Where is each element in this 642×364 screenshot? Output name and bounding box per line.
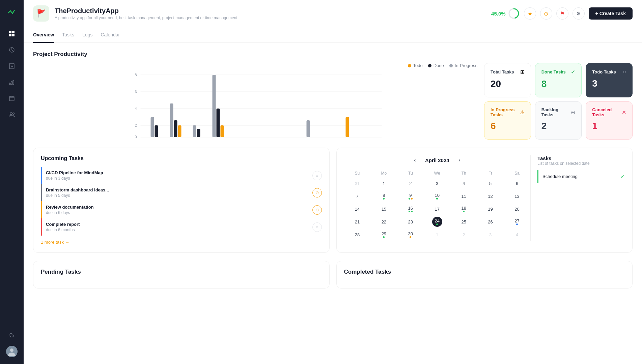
cal-day-12[interactable]: 12: [477, 190, 504, 203]
star-icon-btn[interactable]: ★: [524, 7, 536, 20]
legend-done-dot: [428, 64, 431, 67]
cal-day-11[interactable]: 11: [450, 190, 477, 203]
svg-text:6: 6: [135, 90, 137, 94]
tasks-panel-subtitle: List of tasks on selected date: [537, 161, 625, 166]
cal-day-17[interactable]: 17: [424, 203, 450, 215]
cal-day-8[interactable]: 8: [370, 190, 397, 203]
calendar-tasks-area: ‹ April 2024 › Su Mo Tu We: [344, 155, 625, 241]
task-brainstorm-icon-btn[interactable]: ⊙: [312, 188, 322, 198]
tab-overview[interactable]: Overview: [33, 27, 54, 43]
cal-day-22[interactable]: 22: [370, 215, 397, 228]
tab-calendar[interactable]: Calendar: [101, 27, 120, 43]
cal-day-1[interactable]: 1: [370, 177, 397, 190]
warning-icon-btn[interactable]: ⊙: [540, 7, 552, 20]
tab-logs[interactable]: Logs: [82, 27, 92, 43]
cal-day-16[interactable]: 16: [397, 203, 424, 215]
cal-day-2[interactable]: 2: [397, 177, 424, 190]
settings-icon-btn[interactable]: ⚙: [573, 7, 585, 20]
task-report-icon-btn[interactable]: ○: [312, 222, 322, 232]
app-name: TheProductivityApp: [55, 7, 486, 15]
cal-day-14[interactable]: 14: [344, 203, 371, 215]
cal-day-23[interactable]: 23: [397, 215, 424, 228]
stat-done-label: Done Tasks: [541, 69, 566, 74]
task-report-due: due in 6 months: [46, 228, 80, 232]
sidebar-item-files[interactable]: [5, 59, 19, 73]
user-avatar[interactable]: [6, 346, 18, 357]
cal-header-sa: Sa: [504, 170, 530, 177]
progress-value: 45.0%: [491, 11, 506, 17]
cal-day-25[interactable]: 25: [450, 215, 477, 228]
task-review-icon-btn[interactable]: ⊙: [312, 205, 322, 215]
stat-backlog-icon: ⊖: [571, 109, 575, 116]
cal-day-29[interactable]: 29: [370, 228, 397, 241]
cal-week-2: 7 8 9 10 11 12 13: [344, 190, 531, 203]
svg-rect-11: [9, 96, 14, 101]
cal-day-m4[interactable]: 4: [504, 228, 530, 241]
stat-done-icon: ✓: [571, 69, 575, 75]
task-review-due: due in 6 days: [46, 210, 94, 215]
cal-day-m2[interactable]: 2: [450, 228, 477, 241]
cal-header-fr: Fr: [477, 170, 504, 177]
cal-day-4[interactable]: 4: [450, 177, 477, 190]
task-cicd-name: CI/CD Pipeline for MindMap: [46, 170, 103, 175]
cal-day-30[interactable]: 30: [397, 228, 424, 241]
sidebar-item-moon[interactable]: [5, 328, 19, 342]
cal-day-28[interactable]: 28: [344, 228, 371, 241]
cal-day-13[interactable]: 13: [504, 190, 530, 203]
cal-day-24[interactable]: 24: [424, 215, 450, 228]
tab-tasks[interactable]: Tasks: [62, 27, 74, 43]
cal-day-m1[interactable]: 1: [424, 228, 450, 241]
header-actions: 45.0% ★ ⊙ ⚑ ⚙ + Create Task: [491, 7, 633, 20]
cal-day-m3[interactable]: 3: [477, 228, 504, 241]
calendar-prev-btn[interactable]: ‹: [410, 155, 420, 165]
task-item-report: Complete report due in 6 months ○: [41, 218, 322, 236]
task-cicd-icon-btn[interactable]: ○: [312, 171, 322, 180]
sidebar-item-team[interactable]: [5, 108, 19, 121]
sidebar-item-dashboard[interactable]: [5, 27, 19, 40]
cal-day-5[interactable]: 5: [477, 177, 504, 190]
cal-day-31[interactable]: 31: [344, 177, 371, 190]
bottom-grid: Upcoming Tasks CI/CD Pipeline for MindMa…: [33, 148, 633, 253]
cal-day-9[interactable]: 9: [397, 190, 424, 203]
cal-day-6[interactable]: 6: [504, 177, 530, 190]
cal-day-26[interactable]: 26: [477, 215, 504, 228]
svg-point-15: [10, 113, 12, 115]
create-task-button[interactable]: + Create Task: [589, 7, 633, 20]
cal-day-3[interactable]: 3: [424, 177, 450, 190]
cal-day-19[interactable]: 19: [477, 203, 504, 215]
flag-icon-btn[interactable]: ⚑: [556, 7, 568, 20]
cal-day-27[interactable]: 27: [504, 215, 530, 228]
svg-rect-36: [193, 125, 196, 137]
cal-day-20[interactable]: 20: [504, 203, 530, 215]
progress-ring-svg: [508, 7, 520, 20]
cal-day-10[interactable]: 10: [424, 190, 450, 203]
stat-canceled-icon: ✕: [622, 109, 626, 116]
calendar-grid: Su Mo Tu We Th Fr Sa: [344, 170, 531, 241]
cal-day-21[interactable]: 21: [344, 215, 371, 228]
task-cicd-due: due in 3 days: [46, 176, 103, 181]
svg-rect-5: [9, 63, 14, 69]
svg-point-16: [13, 113, 15, 115]
cal-day-18[interactable]: 18: [450, 203, 477, 215]
sidebar-item-analytics[interactable]: [5, 75, 19, 89]
cal-day-7[interactable]: 7: [344, 190, 371, 203]
calendar-card: ‹ April 2024 › Su Mo Tu We: [336, 148, 633, 253]
cal-week-5: 28 29 30 1 2 3 4: [344, 228, 531, 241]
sidebar-item-calendar[interactable]: [5, 92, 19, 105]
app-header: 🚩 TheProductivityApp A productivity app …: [24, 0, 642, 27]
sidebar-logo: [6, 7, 18, 19]
svg-rect-42: [346, 117, 349, 137]
app-subtitle: A productivity app for all your need, be…: [55, 16, 486, 20]
cal-day-15[interactable]: 15: [370, 203, 397, 215]
sidebar-item-time[interactable]: [5, 43, 19, 57]
more-tasks-link[interactable]: 1 more task →: [41, 240, 69, 245]
stat-todo-value: 3: [592, 78, 626, 89]
svg-point-18: [10, 348, 13, 352]
calendar-next-btn[interactable]: ›: [455, 155, 464, 165]
svg-rect-41: [307, 120, 310, 137]
pending-tasks-card: Pending Tasks: [33, 261, 330, 289]
task-item-brainstorm: Brainstorm dashboard ideas... due in 5 d…: [41, 184, 322, 201]
svg-text:0: 0: [135, 135, 137, 139]
sidebar: [0, 0, 24, 364]
upcoming-tasks-title: Upcoming Tasks: [41, 155, 322, 161]
